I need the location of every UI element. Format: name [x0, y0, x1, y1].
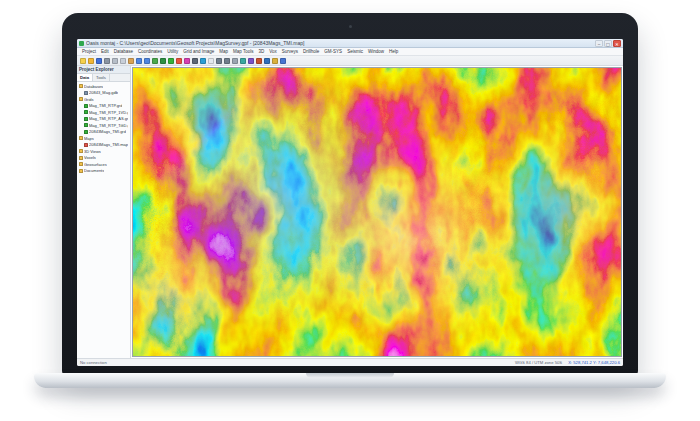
3d-view-icon[interactable]: [248, 58, 254, 64]
new-database-icon[interactable]: [152, 58, 158, 64]
grid-display-icon[interactable]: [176, 58, 182, 64]
print-icon[interactable]: [104, 58, 110, 64]
redo-icon[interactable]: [144, 58, 150, 64]
tree-item-label: Maps: [84, 136, 94, 141]
close-button[interactable]: ✕: [613, 40, 621, 47]
tree-item-label: Grids: [84, 97, 94, 102]
folder-icon: [79, 149, 83, 153]
tree-item-label: 20843_Mag.gdb: [89, 90, 118, 95]
window-title: Oasis montaj - C:\Users\geo\Documents\Ge…: [86, 40, 593, 46]
tree-item-label: Databases: [84, 84, 103, 89]
explorer-tabs: DataTools: [77, 74, 130, 82]
tree-item-label: 3D Views: [84, 149, 101, 154]
menu-item[interactable]: Coordinates: [136, 49, 164, 54]
voxel-icon[interactable]: [256, 58, 262, 64]
magnetics-raster[interactable]: [132, 67, 622, 357]
copy-icon[interactable]: [120, 58, 126, 64]
status-coordinates: X: 528,741.2 Y: 7,648,220.6: [568, 360, 620, 365]
webcam-dot: [349, 25, 352, 28]
tree-item[interactable]: Documents: [77, 168, 130, 175]
new-project-icon[interactable]: [80, 58, 86, 64]
grid-icon: [84, 110, 88, 114]
database-icon: [84, 91, 88, 95]
folder-icon: [79, 156, 83, 160]
grid-icon: [84, 104, 88, 108]
folder-icon: [79, 97, 83, 101]
new-map-icon[interactable]: [208, 58, 214, 64]
map-icon: [84, 143, 88, 147]
menu-item[interactable]: Window: [366, 49, 386, 54]
main-area: Project Explorer DataTools Databases 208…: [77, 66, 623, 358]
menu-item[interactable]: 3D: [257, 49, 267, 54]
folder-icon: [79, 169, 83, 173]
explorer-tab[interactable]: Tools: [93, 74, 110, 81]
open-project-icon[interactable]: [88, 58, 94, 64]
paste-icon[interactable]: [128, 58, 134, 64]
menu-item[interactable]: Seismic: [345, 49, 365, 54]
tree-item-label: Voxels: [84, 155, 96, 160]
project-tree: Databases 20843_Mag.gdb Grids Mag_TMI_RT…: [77, 82, 130, 358]
menu-item[interactable]: Edit: [99, 49, 111, 54]
help-icon[interactable]: [280, 58, 286, 64]
panel-title: Project Explorer: [77, 66, 130, 74]
grid-icon: [84, 130, 88, 134]
menu-item[interactable]: Utility: [165, 49, 180, 54]
folder-icon: [79, 162, 83, 166]
menu-item[interactable]: Vox: [267, 49, 279, 54]
app-window: Oasis montaj - C:\Users\geo\Documents\Ge…: [77, 39, 623, 366]
map-zoom-in-icon[interactable]: [216, 58, 222, 64]
menu-item[interactable]: Map Tools: [231, 49, 255, 54]
map-viewport[interactable]: [131, 66, 623, 358]
title-bar: Oasis montaj - C:\Users\geo\Documents\Ge…: [77, 39, 623, 48]
grid-icon[interactable]: [168, 58, 174, 64]
save-icon[interactable]: [96, 58, 102, 64]
explorer-tab[interactable]: Data: [77, 74, 93, 81]
contour-icon[interactable]: [200, 58, 206, 64]
tree-item-label: Mag_TMI_RTP_1VD.grd: [89, 110, 128, 115]
open-database-icon[interactable]: [160, 58, 166, 64]
menu-item[interactable]: Grid and Image: [181, 49, 216, 54]
tree-item-label: Mag_TMI_RTP_TiltD.grd: [89, 123, 128, 128]
tree-item-label: Documents: [84, 168, 104, 173]
laptop-screen-bezel: Oasis montaj - C:\Users\geo\Documents\Ge…: [62, 13, 638, 376]
grid-icon: [84, 123, 88, 127]
status-connection: No connection: [80, 360, 107, 365]
folder-icon: [79, 84, 83, 88]
undo-icon[interactable]: [136, 58, 142, 64]
menu-item[interactable]: GM-SYS: [322, 49, 344, 54]
shadow-icon[interactable]: [192, 58, 198, 64]
scene: Oasis montaj - C:\Users\geo\Documents\Ge…: [0, 0, 700, 421]
cut-icon[interactable]: [112, 58, 118, 64]
tree-item-label: Geosurfaces: [84, 162, 107, 167]
app-icon: [79, 41, 84, 46]
profile-icon[interactable]: [264, 58, 270, 64]
status-projection: WGS 84 / UTM zone 50S: [515, 360, 562, 365]
status-bar: No connection WGS 84 / UTM zone 50S X: 5…: [77, 358, 623, 366]
menu-item[interactable]: Surveys: [280, 49, 300, 54]
menu-item[interactable]: Drillhole: [301, 49, 321, 54]
tree-item-label: 20843Mags_TMI.map: [89, 142, 128, 147]
pan-icon[interactable]: [232, 58, 238, 64]
tree-item-label: 20843Mags_TMI.grd: [89, 129, 126, 134]
menu-item[interactable]: Help: [387, 49, 400, 54]
raster-noise-svg: [133, 68, 621, 356]
tree-item-label: Mag_TMI_RTP_AS.grd: [89, 116, 128, 121]
minimize-button[interactable]: –: [595, 40, 603, 47]
menu-item[interactable]: Map: [217, 49, 230, 54]
window-controls: – ▢ ✕: [595, 40, 621, 47]
menu-item[interactable]: Project: [80, 49, 98, 54]
maximize-button[interactable]: ▢: [604, 40, 612, 47]
menu-bar: ProjectEditDatabaseCoordinatesUtilityGri…: [77, 48, 623, 56]
menu-item[interactable]: Database: [112, 49, 135, 54]
folder-icon: [79, 136, 83, 140]
project-explorer-panel: Project Explorer DataTools Databases 208…: [77, 66, 131, 358]
colour-tool-icon[interactable]: [184, 58, 190, 64]
grid-icon: [84, 117, 88, 121]
toolbar: [77, 56, 623, 66]
laptop-base-notch: [306, 373, 394, 378]
map-zoom-out-icon[interactable]: [224, 58, 230, 64]
tree-item-label: Mag_TMI_RTP.grd: [89, 103, 122, 108]
legend-icon[interactable]: [272, 58, 278, 64]
full-extent-icon[interactable]: [240, 58, 246, 64]
laptop-base: [34, 373, 666, 388]
